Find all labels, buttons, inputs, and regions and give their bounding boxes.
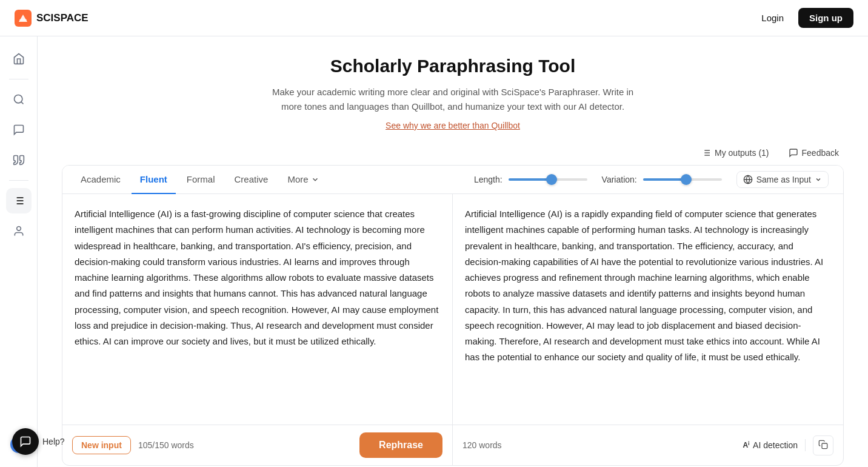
sidebar-item-quote[interactable] <box>6 147 32 173</box>
page-title: Scholarly Paraphrasing Tool <box>62 56 844 76</box>
nav-actions: Login Sign up <box>754 8 853 28</box>
output-actions: Aⁱ AI detection <box>743 435 833 455</box>
top-nav: SCISPACE Login Sign up <box>0 0 868 36</box>
svg-point-11 <box>16 227 21 231</box>
feedback-label: Feedback <box>802 148 839 158</box>
sidebar-item-document[interactable] <box>6 188 32 213</box>
language-selector[interactable]: Same as Input <box>736 171 829 188</box>
tab-academic[interactable]: Academic <box>72 166 129 194</box>
bottom-right: 120 words Aⁱ AI detection <box>453 425 843 465</box>
word-count-output: 120 words <box>462 440 502 450</box>
divider <box>805 439 806 451</box>
outputs-button[interactable]: My outputs (1) <box>696 146 773 160</box>
page-subtitle: Make your academic writing more clear an… <box>265 85 641 114</box>
paraphrase-card: Academic Fluent Formal Creative More <box>62 165 844 466</box>
tab-more[interactable]: More <box>279 166 327 194</box>
compare-link[interactable]: See why we are better than Quillbot <box>386 121 520 130</box>
sidebar-divider-2 <box>9 180 28 181</box>
logo[interactable]: SCISPACE <box>15 10 88 27</box>
length-slider-track[interactable] <box>509 178 587 181</box>
new-input-button[interactable]: New input <box>72 436 131 454</box>
outputs-label: My outputs (1) <box>715 148 769 158</box>
variation-control: Variation: <box>602 175 722 184</box>
ai-detection-button[interactable]: Aⁱ AI detection <box>743 440 798 450</box>
signup-button[interactable]: Sign up <box>798 8 853 28</box>
language-label: Same as Input <box>756 175 811 184</box>
svg-point-3 <box>14 95 22 103</box>
svg-line-4 <box>21 102 23 104</box>
tab-creative[interactable]: Creative <box>226 166 277 194</box>
sidebar-item-chat[interactable] <box>6 117 32 143</box>
variation-slider-thumb[interactable] <box>681 174 692 185</box>
login-button[interactable]: Login <box>754 8 791 28</box>
main-content: Scholarly Paraphrasing Tool Make your ac… <box>38 36 868 467</box>
feedback-icon <box>789 148 798 158</box>
content-panels: Artificial Intelligence (AI) is a fast-g… <box>62 194 843 425</box>
rephrase-button[interactable]: Rephrase <box>359 432 442 458</box>
svg-rect-22 <box>822 443 827 449</box>
svg-rect-2 <box>19 19 27 21</box>
feedback-button[interactable]: Feedback <box>784 146 844 160</box>
variation-slider-fill <box>643 178 687 181</box>
input-panel[interactable]: Artificial Intelligence (AI) is a fast-g… <box>62 194 453 425</box>
sidebar <box>0 36 38 467</box>
variation-label: Variation: <box>602 175 637 184</box>
output-panel: Artificial Intelligence (AI) is a rapidl… <box>453 194 843 425</box>
length-label: Length: <box>474 175 502 184</box>
ai-icon: Aⁱ <box>743 441 749 449</box>
help-label[interactable]: Help? <box>42 428 65 455</box>
layout: Scholarly Paraphrasing Tool Make your ac… <box>0 36 868 467</box>
bottom-left: New input 105/150 words Rephrase <box>62 425 453 465</box>
sidebar-item-person[interactable] <box>6 218 32 244</box>
copy-button[interactable] <box>813 435 833 455</box>
length-control: Length: <box>474 175 587 184</box>
length-slider-thumb[interactable] <box>546 174 557 185</box>
sidebar-item-search[interactable] <box>6 87 32 112</box>
output-text: Artificial Intelligence (AI) is a rapidl… <box>465 206 831 366</box>
globe-icon <box>743 175 753 184</box>
toolbar-row: My outputs (1) Feedback <box>62 146 844 160</box>
input-text[interactable]: Artificial Intelligence (AI) is a fast-g… <box>75 206 440 349</box>
tabs-bar: Academic Fluent Formal Creative More <box>62 166 843 194</box>
tab-fluent[interactable]: Fluent <box>132 166 176 194</box>
page-link-container: See why we are better than Quillbot <box>62 120 844 131</box>
chat-bubble[interactable] <box>12 428 39 455</box>
copy-icon <box>818 440 828 449</box>
controls: Length: Variation: <box>469 171 833 188</box>
word-count-input: 105/150 words <box>138 440 194 450</box>
sidebar-divider-1 <box>9 79 28 79</box>
length-slider-fill <box>509 178 552 181</box>
chevron-down-icon <box>311 175 319 184</box>
sidebar-item-home[interactable] <box>6 46 32 72</box>
bottom-bar: New input 105/150 words Rephrase 120 wor… <box>62 425 843 465</box>
logo-text: SCISPACE <box>36 12 88 24</box>
lang-chevron-icon <box>815 176 822 183</box>
chat-bubble-icon <box>19 435 32 448</box>
variation-slider-track[interactable] <box>643 178 722 181</box>
tab-formal[interactable]: Formal <box>178 166 224 194</box>
outputs-icon <box>701 148 711 158</box>
ai-detection-label: AI detection <box>753 440 798 450</box>
